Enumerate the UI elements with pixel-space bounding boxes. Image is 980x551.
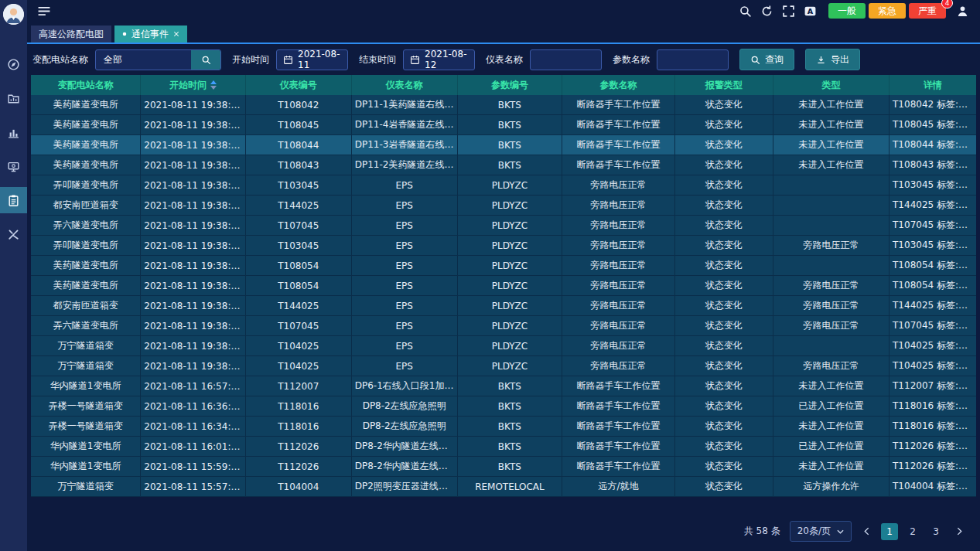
sidebar-item-monitor[interactable] [0,153,27,179]
sidebar-item-tools[interactable] [0,221,27,247]
table-row[interactable]: 弄楼一号隧道箱变2021-08-11 16:34:48T118016DP8-2左… [31,417,976,437]
table-cell: DP8-2华内隧道左线基本... [351,457,457,477]
table-cell: T104025 [245,356,351,376]
alarm-button-一般[interactable]: 一般 [828,3,866,19]
table-row[interactable]: 华内隧道1变电所2021-08-11 16:57:44T112007DP6-1右… [31,376,976,396]
table-cell: DP11-3岩香隧道右线应... [351,135,457,155]
sidebar-item-bar-chart[interactable] [0,119,27,145]
svg-text:A: A [808,7,814,15]
table-cell: 断路器手车工作位置 [562,155,674,175]
table-row[interactable]: 华内隧道1变电所2021-08-11 15:59:33T112026DP8-2华… [31,457,976,477]
station-search-button[interactable] [191,50,220,70]
alarm-button-紧急[interactable]: 紧急 [869,3,906,19]
user-icon[interactable] [956,5,969,18]
table-row[interactable]: 万宁隧道箱变2021-08-11 19:38:31T104025EPSPLDYZ… [31,336,976,356]
avatar[interactable] [3,4,24,25]
tab-label: 通信事件 [131,28,169,41]
table-row[interactable]: 弄楼一号隧道箱变2021-08-11 16:36:36T118016DP8-2左… [31,396,976,417]
page-button-2[interactable]: 2 [904,523,921,540]
table-cell: 状态变化 [674,276,773,296]
export-button[interactable]: 导出 [805,49,860,70]
clipboard-icon [7,194,20,207]
search-icon[interactable] [739,5,752,18]
station-filter-input[interactable]: 全部 [95,49,221,70]
table-cell: 旁路电压正常 [773,276,889,296]
alarm-button-严重[interactable]: 严重4 [909,3,946,19]
download-icon [816,55,826,65]
bar-chart-icon [7,126,20,139]
table-row[interactable]: 万宁隧道箱变2021-08-11 15:57:46T104004DP2照明变压器… [31,477,976,497]
table-row[interactable]: 华内隧道1变电所2021-08-11 16:01:11T112026DP8-2华… [31,437,976,457]
page-size-select[interactable]: 20条/页 [790,521,852,542]
table-cell: 弄楼一号隧道箱变 [31,396,141,417]
table-cell: DP8-2左线应急照明 [351,417,457,437]
table-cell: 都安南匝道箱变 [31,196,141,216]
fullscreen-icon[interactable] [782,5,795,18]
column-label: 参数编号 [491,80,528,90]
refresh-icon[interactable] [760,5,773,18]
table-cell: DP11-2美药隧道左线应... [351,155,457,175]
table-cell [773,196,889,216]
total-count: 共 58 条 [744,525,780,538]
column-label: 参数名称 [599,80,637,90]
table-cell: T118016 标签:T118016 ... [890,396,976,417]
start-date-input[interactable]: 2021-08-11 [276,49,348,70]
search-icon [750,55,760,65]
table-cell: 万宁隧道箱变 [31,477,141,497]
end-date-input[interactable]: 2021-08-12 [403,49,475,70]
column-header: 类型 [773,75,889,95]
tab-高速公路配电图[interactable]: 高速公路配电图 [31,26,111,43]
table-row[interactable]: 都安南匝道箱变2021-08-11 19:38:42T144025EPSPLDY… [31,196,976,216]
table-cell: 断路器手车工作位置 [562,457,674,477]
table-cell: T108043 [245,155,351,175]
table-row[interactable]: 都安南匝道箱变2021-08-11 19:38:37T144025EPSPLDY… [31,296,976,316]
page-button-3[interactable]: 3 [927,523,944,540]
sidebar-item-clipboard[interactable] [0,187,27,213]
app-window: A 一般紧急严重4 高速公路配电图通信事件 变配电站名称 全部 开始时间 [0,0,980,551]
table-row[interactable]: 弄六隧道变电所2021-08-11 19:38:37T107045EPSPLDY… [31,316,976,336]
sidebar-nav [0,51,27,255]
table-row[interactable]: 万宁隧道箱变2021-08-11 19:38:30T104025EPSPLDYZ… [31,356,976,376]
table-row[interactable]: 美药隧道变电所2021-08-11 19:38:44T108043DP11-2美… [31,155,976,175]
table-cell: T108044 标签:T108044 ... [890,135,976,155]
column-header[interactable]: 开始时间 [141,75,246,95]
sidebar-item-compass[interactable] [0,51,27,77]
table-cell: T108054 [245,276,351,296]
table-row[interactable]: 美药隧道变电所2021-08-11 19:38:58T108042DP11-1美… [31,95,976,115]
page-button-1[interactable]: 1 [881,523,898,540]
column-label: 仪表名称 [386,80,423,90]
table-cell: DP11-4岩香隧道左线应... [351,115,457,135]
chevron-left-icon [864,527,869,536]
prev-page-button[interactable] [858,523,875,540]
table-row[interactable]: 弄六隧道变电所2021-08-11 19:38:42T107045EPSPLDY… [31,216,976,236]
table-row[interactable]: 弄叩隧道变电所2021-08-11 19:38:43T103045EPSPLDY… [31,175,976,196]
table-cell: T103045 [245,175,351,196]
next-page-button[interactable] [951,523,968,540]
table-cell: T103045 [245,236,351,256]
font-size-icon[interactable]: A [804,5,817,18]
table-cell: BKTS [457,95,562,115]
table-cell: 万宁隧道箱变 [31,336,141,356]
sort-icon[interactable] [210,80,217,90]
table-row[interactable]: 美药隧道变电所2021-08-11 19:38:38T108054EPSPLDY… [31,276,976,296]
table-row[interactable]: 弄叩隧道变电所2021-08-11 19:38:42T103045EPSPLDY… [31,236,976,256]
meter-name-input[interactable] [530,49,602,70]
table-cell: 未进入工作位置 [773,135,889,155]
table-cell: 华内隧道1变电所 [31,457,141,477]
query-button-label: 查询 [765,53,784,66]
param-name-input[interactable] [657,49,729,70]
table-row[interactable]: 美药隧道变电所2021-08-11 19:38:44T108044DP11-3岩… [31,135,976,155]
menu-toggle-icon[interactable] [37,6,51,16]
column-label: 报警类型 [705,80,743,90]
table-cell: 弄六隧道变电所 [31,216,141,236]
tab-通信事件[interactable]: 通信事件 [114,26,187,43]
table-row[interactable]: 美药隧道变电所2021-08-11 19:38:41T108054EPSPLDY… [31,256,976,276]
start-date-value: 2021-08-11 [298,49,341,70]
table-row[interactable]: 美药隧道变电所2021-08-11 19:38:45T108045DP11-4岩… [31,115,976,135]
table-cell: 旁路电压正常 [562,356,674,376]
close-icon[interactable] [173,31,179,37]
table-cell: T144025 标签:T144025 ... [890,296,976,316]
table-cell: EPS [351,196,457,216]
query-button[interactable]: 查询 [739,49,794,70]
sidebar-item-folder-chart[interactable] [0,85,27,111]
